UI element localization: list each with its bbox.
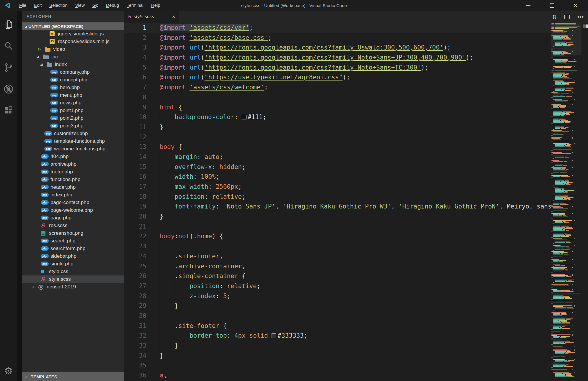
tree-item-footer.php[interactable]: phpfooter.php [22,168,124,176]
code-line-29[interactable]: 29 } [124,301,551,311]
code-line-6[interactable]: 6@import url("https://use.typekit.net/ag… [124,73,551,83]
tree-item-style.scss[interactable]: Sstyle.scss [22,275,124,283]
code-line-22[interactable]: 22body:not(.home) { [124,231,551,242]
code-line-11[interactable]: 11} [124,122,551,132]
code-line-4[interactable]: 4@import url('https://fonts.googleapis.c… [124,53,551,63]
menu-terminal[interactable]: Terminal [123,0,147,11]
code-line-12[interactable]: 12 [124,132,551,142]
tree-item-screenshot.png[interactable]: screenshot.png [22,229,124,237]
tree-item-jquery.simpleslider.js[interactable]: JSjquery.simpleslider.js [22,30,124,38]
code-area[interactable]: 1@import 'assets/css/var';2@import 'asse… [124,23,551,381]
menu-file[interactable]: File [15,0,30,11]
code-line-19[interactable]: 19 font-family: 'Noto Sans JP', 'Hiragin… [124,202,551,212]
extensions-icon[interactable] [0,100,17,121]
tab-style-scss[interactable]: S style.scss ✕ [124,11,179,23]
code-line-32[interactable]: 32 border-top: 4px solid #333333; [124,331,551,341]
close-button[interactable]: ✕ [571,1,580,10]
code-line-15[interactable]: 15 overflow-x: hidden; [124,162,551,172]
minimap[interactable] [551,23,582,381]
code-line-13[interactable]: 13body { [124,142,551,152]
tree-item-company.php[interactable]: phpcompany.php [22,68,124,76]
code-line-2[interactable]: 2@import 'assets/css/base.css'; [124,33,551,43]
tree-item-point3.php[interactable]: phppoint3.php [22,122,124,130]
menu-view[interactable]: View [71,0,89,11]
color-swatch[interactable] [272,333,276,338]
code-line-8[interactable]: 8 [124,93,551,103]
tree-item-page-contact.php[interactable]: phppage-contact.php [22,199,124,206]
tree-item-archive.php[interactable]: phparchive.php [22,160,124,168]
minimap-viewport[interactable] [551,23,582,55]
menu-selection[interactable]: Selection [45,0,71,11]
tree-item-menu.php[interactable]: phpmenu.php [22,91,124,99]
tree-item-functions.php[interactable]: phpfunctions.php [22,176,124,183]
code-line-26[interactable]: 26 .single-container { [124,271,551,281]
minimize-button[interactable] [524,1,533,10]
open-changes-icon[interactable]: ⇅ [552,14,557,20]
tree-item-res.scss[interactable]: Sres.scss [22,222,124,229]
more-actions-icon[interactable]: ••• [577,14,584,20]
tree-item-responsiveslides.min.js[interactable]: JSresponsiveslides.min.js [22,38,124,45]
code-line-5[interactable]: 5@import url('https://fonts.googleapis.c… [124,63,551,73]
code-line-27[interactable]: 27 position: relative; [124,281,551,291]
debug-icon[interactable] [0,78,17,100]
code-line-25[interactable]: 25 .archive-container, [124,262,551,272]
source-control-icon[interactable] [0,57,17,78]
tree-item-point1.php[interactable]: phppoint1.php [22,107,124,114]
tree-item-searchform.php[interactable]: phpsearchform.php [22,245,124,252]
code-line-7[interactable]: 7@import 'assets/css/welcome'; [124,83,551,93]
workspace-section-header[interactable]: ◢ UNTITLED (WORKSPACE) [22,22,124,30]
tree-item-single.php[interactable]: phpsingle.php [22,260,124,268]
code-line-31[interactable]: 31 .site-footer { [124,321,551,331]
search-icon[interactable] [0,35,17,57]
menu-edit[interactable]: Edit [30,0,45,11]
code-line-16[interactable]: 16 width: 100%; [124,172,551,182]
code-line-17[interactable]: 17 max-width: 2560px; [124,182,551,192]
editor-scrollbar[interactable] [582,23,588,381]
tree-item-page-welcome.php[interactable]: phppage-welcome.php [22,206,124,214]
code-line-24[interactable]: 24 .site-footer, [124,252,551,262]
tree-item-hero.php[interactable]: phphero.php [22,84,124,91]
tree-item-video[interactable]: ▷video [22,45,124,53]
tree-item-point2.php[interactable]: phppoint2.php [22,114,124,122]
split-editor-icon[interactable] [564,15,570,19]
tree-item-inc[interactable]: ◢inc [22,53,124,61]
code-line-33[interactable]: 33 } [124,341,551,351]
tree-item-index[interactable]: ◢index [22,61,124,68]
tree-item-sidebar.php[interactable]: phpsidebar.php [22,252,124,260]
menu-go[interactable]: Go [89,0,102,11]
tree-item-template-functions.php[interactable]: phptemplate-functions.php [22,137,124,145]
color-swatch[interactable] [242,115,246,119]
chevron-collapsed-icon[interactable]: ▷ [32,283,34,291]
chevron-expanded-icon[interactable]: ◢ [37,53,39,61]
code-line-18[interactable]: 18 position: relative; [124,192,551,202]
tree-item-concept.php[interactable]: phpconcept.php [22,76,124,84]
tab-close-icon[interactable]: ✕ [172,14,175,19]
code-line-14[interactable]: 14 margin: auto; [124,152,551,162]
code-line-28[interactable]: 28 z-index: 5; [124,291,551,301]
chevron-collapsed-icon[interactable]: ▷ [38,45,41,53]
code-line-36[interactable]: 36a, [124,371,551,381]
code-line-9[interactable]: 9html { [124,103,551,113]
tree-item-news.php[interactable]: phpnews.php [22,99,124,107]
tree-item-customizer.php[interactable]: phpcustomizer.php [22,130,124,137]
tree-item-page.php[interactable]: phppage.php [22,214,124,222]
code-line-3[interactable]: 3@import url('https://fonts.googleapis.c… [124,43,551,53]
maximize-button[interactable] [547,1,556,10]
code-line-10[interactable]: 10 background-color: #111; [124,112,551,122]
tree-item-header.php[interactable]: phpheader.php [22,183,124,191]
tree-item-welcome-functions.php[interactable]: phpwelcome-functions.php [22,145,124,153]
settings-gear-icon[interactable]: ⚙ [0,364,17,377]
code-line-20[interactable]: 20} [124,212,551,222]
code-line-21[interactable]: 21 [124,222,551,232]
code-line-23[interactable]: 23 [124,242,551,252]
explorer-icon[interactable] [0,14,17,35]
tree-item-index.php[interactable]: phpindex.php [22,191,124,199]
tree-item-neusoft-2019[interactable]: ▷neusoft-2019 [22,283,124,291]
menu-help[interactable]: Help [147,0,164,11]
code-line-34[interactable]: 34} [124,351,551,361]
code-line-1[interactable]: 1@import 'assets/css/var'; [124,23,551,33]
chevron-expanded-icon[interactable]: ◢ [40,61,43,68]
templates-section-header[interactable]: ▷ TEMPLATES [22,372,124,381]
menu-debug[interactable]: Debug [102,0,123,11]
scrollbar-slider[interactable] [583,24,588,28]
